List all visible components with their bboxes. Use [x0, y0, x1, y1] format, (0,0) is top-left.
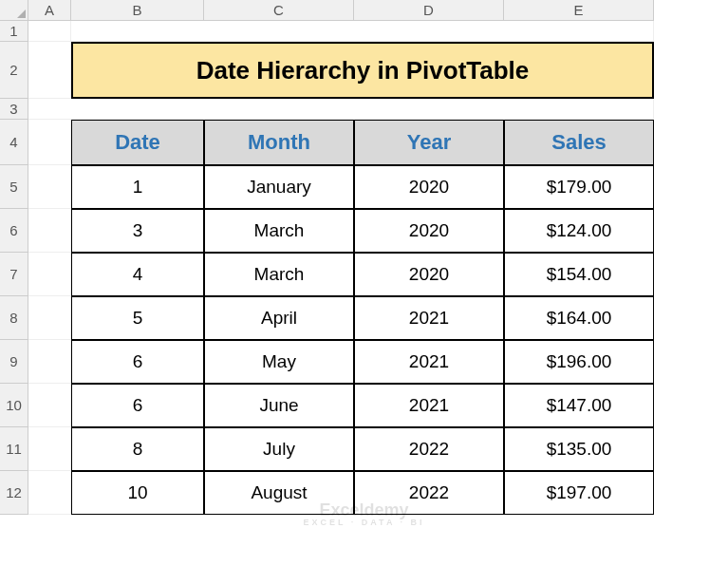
table-cell-date[interactable]: 6	[71, 384, 204, 427]
table-cell-month[interactable]: January	[204, 165, 354, 209]
table-cell-year[interactable]: 2022	[354, 471, 504, 515]
table-cell-sales[interactable]: $197.00	[504, 471, 654, 515]
table-cell-date[interactable]: 8	[71, 427, 204, 471]
table-cell-year[interactable]: 2020	[354, 253, 504, 296]
table-cell-year[interactable]: 2021	[354, 296, 504, 340]
row-header-11[interactable]: 11	[0, 427, 28, 471]
row-header-12[interactable]: 12	[0, 471, 28, 515]
cell-A12[interactable]	[28, 471, 71, 515]
table-cell-month[interactable]: June	[204, 384, 354, 427]
row-header-3[interactable]: 3	[0, 99, 28, 120]
page-title[interactable]: Date Hierarchy in PivotTable	[71, 42, 654, 99]
row-header-2[interactable]: 2	[0, 42, 28, 99]
col-header-B[interactable]: B	[71, 0, 204, 21]
row-header-7[interactable]: 7	[0, 253, 28, 296]
col-header-E[interactable]: E	[504, 0, 654, 21]
table-cell-date[interactable]: 5	[71, 296, 204, 340]
row-header-4[interactable]: 4	[0, 120, 28, 165]
row-header-9[interactable]: 9	[0, 340, 28, 384]
row-header-5[interactable]: 5	[0, 165, 28, 209]
col-header-D[interactable]: D	[354, 0, 504, 21]
cell-row3[interactable]	[28, 99, 654, 120]
table-header-sales[interactable]: Sales	[504, 120, 654, 165]
cell-A1[interactable]	[28, 21, 71, 42]
cell-A9[interactable]	[28, 340, 71, 384]
table-header-year[interactable]: Year	[354, 120, 504, 165]
row-header-1[interactable]: 1	[0, 21, 28, 42]
table-cell-sales[interactable]: $135.00	[504, 427, 654, 471]
select-all-corner[interactable]	[0, 0, 28, 21]
table-cell-month[interactable]: April	[204, 296, 354, 340]
table-cell-month[interactable]: March	[204, 209, 354, 253]
table-cell-month[interactable]: August	[204, 471, 354, 515]
cell-A8[interactable]	[28, 296, 71, 340]
table-cell-sales[interactable]: $124.00	[504, 209, 654, 253]
table-cell-year[interactable]: 2020	[354, 165, 504, 209]
row-header-8[interactable]: 8	[0, 296, 28, 340]
table-header-month[interactable]: Month	[204, 120, 354, 165]
col-header-A[interactable]: A	[28, 0, 71, 21]
table-cell-month[interactable]: March	[204, 253, 354, 296]
row-header-6[interactable]: 6	[0, 209, 28, 253]
table-cell-month[interactable]: July	[204, 427, 354, 471]
table-cell-year[interactable]: 2021	[354, 340, 504, 384]
table-cell-year[interactable]: 2021	[354, 384, 504, 427]
spreadsheet-grid: A B C D E 1 2 Date Hierarchy in PivotTab…	[0, 0, 728, 515]
cell-A4[interactable]	[28, 120, 71, 165]
cell-row1[interactable]	[71, 21, 654, 42]
row-header-10[interactable]: 10	[0, 384, 28, 427]
cell-A5[interactable]	[28, 165, 71, 209]
table-header-date[interactable]: Date	[71, 120, 204, 165]
watermark-tagline: EXCEL · DATA · BI	[303, 519, 424, 527]
table-cell-date[interactable]: 4	[71, 253, 204, 296]
table-cell-sales[interactable]: $196.00	[504, 340, 654, 384]
table-cell-month[interactable]: May	[204, 340, 354, 384]
table-cell-sales[interactable]: $164.00	[504, 296, 654, 340]
cell-A2[interactable]	[28, 42, 71, 99]
table-cell-year[interactable]: 2020	[354, 209, 504, 253]
table-cell-date[interactable]: 1	[71, 165, 204, 209]
table-cell-sales[interactable]: $179.00	[504, 165, 654, 209]
table-cell-date[interactable]: 6	[71, 340, 204, 384]
table-cell-year[interactable]: 2022	[354, 427, 504, 471]
table-cell-date[interactable]: 3	[71, 209, 204, 253]
cell-A7[interactable]	[28, 253, 71, 296]
col-header-C[interactable]: C	[204, 0, 354, 21]
cell-A6[interactable]	[28, 209, 71, 253]
table-cell-sales[interactable]: $147.00	[504, 384, 654, 427]
cell-A11[interactable]	[28, 427, 71, 471]
cell-A10[interactable]	[28, 384, 71, 427]
table-cell-sales[interactable]: $154.00	[504, 253, 654, 296]
table-cell-date[interactable]: 10	[71, 471, 204, 515]
